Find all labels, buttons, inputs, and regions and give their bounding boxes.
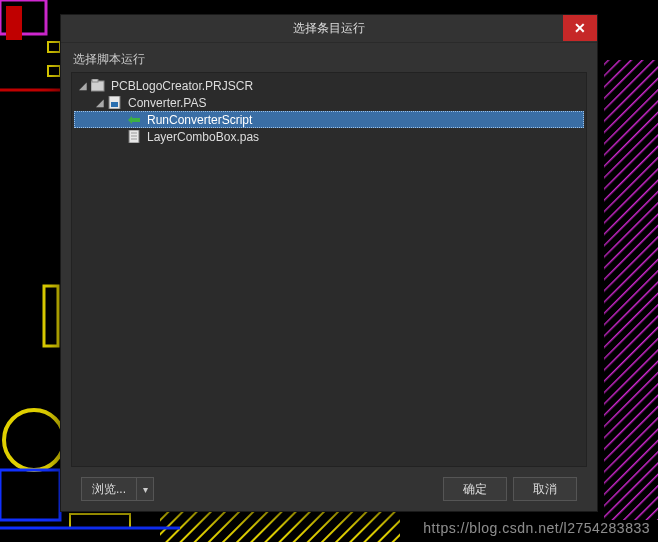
svg-rect-19 <box>92 79 98 82</box>
tree-label: PCBLogoCreator.PRJSCR <box>109 79 253 93</box>
cancel-label: 取消 <box>533 481 557 498</box>
chevron-down-icon[interactable]: ◢ <box>95 97 105 108</box>
ok-label: 确定 <box>463 481 487 498</box>
tree-label: RunConverterScript <box>145 113 252 127</box>
close-icon: ✕ <box>574 21 586 35</box>
browse-label: 浏览... <box>92 481 126 498</box>
tree-node-project[interactable]: ◢ PCBLogoCreator.PRJSCR <box>74 77 584 94</box>
chevron-down-icon[interactable]: ◢ <box>78 80 88 91</box>
dialog-body: 选择脚本运行 ◢ PCBLogoCreator.PRJSCR <box>61 43 597 511</box>
svg-rect-21 <box>111 102 118 107</box>
svg-rect-14 <box>160 512 400 542</box>
tree-node-file[interactable]: LayerComboBox.pas <box>74 128 584 145</box>
pas-icon <box>108 96 123 110</box>
browse-split-button: 浏览... ▾ <box>81 477 154 501</box>
svg-rect-8 <box>642 60 658 520</box>
section-label: 选择脚本运行 <box>73 51 587 68</box>
tree-node-proc[interactable]: RunConverterScript <box>74 111 584 128</box>
titlebar[interactable]: 选择条目运行 ✕ <box>61 15 597 43</box>
script-tree-panel[interactable]: ◢ PCBLogoCreator.PRJSCR ◢ <box>71 72 587 467</box>
proc-icon <box>127 113 142 127</box>
file-icon <box>127 130 142 144</box>
cancel-button[interactable]: 取消 <box>513 477 577 501</box>
dialog-footer: 浏览... ▾ 确定 取消 <box>71 467 587 511</box>
tree-node-pas[interactable]: ◢ Converter.PAS <box>74 94 584 111</box>
close-button[interactable]: ✕ <box>563 15 597 41</box>
browse-dropdown-button[interactable]: ▾ <box>136 477 154 501</box>
svg-rect-7 <box>604 60 644 520</box>
script-tree: ◢ PCBLogoCreator.PRJSCR ◢ <box>74 77 584 145</box>
browse-button[interactable]: 浏览... <box>81 477 136 501</box>
dialog-title: 选择条目运行 <box>293 20 365 37</box>
run-item-dialog: 选择条目运行 ✕ 选择脚本运行 ◢ PCBLogoCreator.PRJSCR <box>60 14 598 512</box>
chevron-down-icon: ▾ <box>143 484 148 495</box>
svg-rect-6 <box>6 6 22 40</box>
project-icon <box>91 79 106 93</box>
tree-label: Converter.PAS <box>126 96 206 110</box>
tree-label: LayerComboBox.pas <box>145 130 259 144</box>
ok-button[interactable]: 确定 <box>443 477 507 501</box>
